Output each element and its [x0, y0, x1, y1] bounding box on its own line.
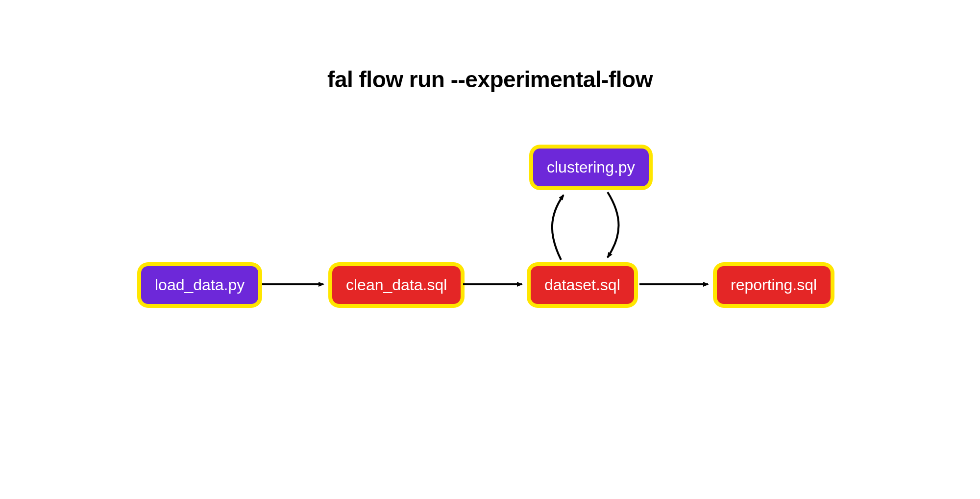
edge-clustering-to-dataset — [608, 192, 619, 257]
node-label: dataset.sql — [531, 266, 634, 304]
node-label: load_data.py — [141, 266, 258, 304]
diagram-title: fal flow run --experimental-flow — [327, 66, 653, 93]
edge-dataset-to-clustering — [552, 195, 564, 260]
node-clean-data: clean_data.sql — [328, 262, 465, 308]
node-dataset: dataset.sql — [527, 262, 638, 308]
node-label: reporting.sql — [717, 266, 831, 304]
node-label: clean_data.sql — [332, 266, 461, 304]
node-load-data: load_data.py — [137, 262, 262, 308]
node-reporting: reporting.sql — [713, 262, 834, 308]
node-clustering: clustering.py — [529, 145, 653, 190]
node-label: clustering.py — [533, 149, 649, 186]
